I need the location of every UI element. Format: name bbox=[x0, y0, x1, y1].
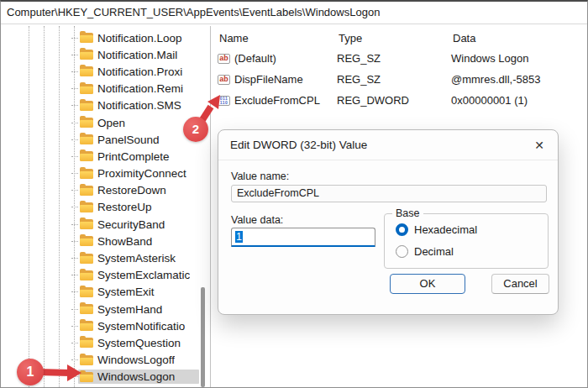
tree-item-label: SystemQuestion bbox=[97, 337, 181, 349]
tree-item-printcomplete[interactable]: PrintComplete bbox=[1, 148, 210, 165]
tree-item-inner[interactable]: Notification.Proxi bbox=[78, 65, 199, 79]
tree-item-systemasterisk[interactable]: SystemAsterisk bbox=[1, 249, 210, 266]
tree-item-label: Notification.Proxi bbox=[97, 66, 182, 78]
tree-item-securityband[interactable]: SecurityBand bbox=[1, 216, 210, 233]
folder-icon bbox=[80, 236, 93, 246]
tree-item-inner[interactable]: WindowsLogon bbox=[78, 370, 199, 384]
tree-connector-line bbox=[71, 326, 78, 327]
tree-item-label: Notification.Loop bbox=[97, 32, 182, 45]
list-row-default[interactable]: ab (Default) REG_SZ Windows Logon bbox=[212, 48, 587, 69]
address-bar[interactable]: Computer\HKEY_CURRENT_USER\AppEvents\Eve… bbox=[1, 2, 587, 24]
radio-decimal-label: Decimal bbox=[414, 245, 454, 258]
reg-sz-icon: ab bbox=[218, 75, 230, 85]
tree-item-systemquestion[interactable]: SystemQuestion bbox=[1, 334, 210, 351]
list-row-excludefromcpl[interactable]: 011110 ExcludeFromCPL REG_DWORD 0x000000… bbox=[212, 90, 587, 111]
tree-item-inner[interactable]: Notification.SMS bbox=[78, 98, 199, 113]
value-name-field[interactable]: ExcludeFromCPL bbox=[231, 185, 547, 202]
tree-connector-line bbox=[71, 376, 78, 377]
column-header-type[interactable]: Type bbox=[337, 32, 451, 45]
tree-item-inner[interactable]: SystemHand bbox=[78, 302, 199, 317]
tree-item-notification.sms[interactable]: Notification.SMS bbox=[1, 97, 210, 114]
tree-item-label: SystemHand bbox=[97, 303, 162, 316]
tree-item-inner[interactable]: SystemAsterisk bbox=[78, 251, 199, 265]
close-icon[interactable]: ✕ bbox=[532, 138, 547, 153]
value-data-selected-text: 1 bbox=[235, 231, 243, 243]
radio-decimal[interactable]: Decimal bbox=[396, 245, 454, 258]
tree-scrollbar[interactable] bbox=[200, 26, 207, 387]
folder-icon bbox=[80, 355, 93, 365]
tree-item-notification.loop[interactable]: Notification.Loop bbox=[1, 29, 210, 46]
tree-connector-line bbox=[71, 156, 78, 157]
list-rows: ab (Default) REG_SZ Windows Logon ab Dis… bbox=[212, 48, 587, 111]
tree-item-proximityconnect[interactable]: ProximityConnect bbox=[1, 165, 210, 182]
ok-button[interactable]: OK bbox=[390, 274, 465, 294]
tree-item-systemexclamatic[interactable]: SystemExclamatic bbox=[1, 267, 210, 284]
tree-item-notification.proxi[interactable]: Notification.Proxi bbox=[1, 63, 210, 80]
tree-item-inner[interactable]: SystemExclamatic bbox=[78, 268, 199, 282]
folder-icon bbox=[80, 134, 93, 144]
tree-item-label: SecurityBand bbox=[97, 218, 165, 231]
radio-unchecked-icon[interactable] bbox=[396, 245, 408, 258]
tree-item-restoreup[interactable]: RestoreUp bbox=[1, 199, 210, 216]
callout-2-badge: 2 bbox=[183, 117, 208, 142]
tree-connector-line bbox=[71, 105, 78, 106]
edit-dword-dialog: Edit DWORD (32-bit) Value ✕ Value name: … bbox=[218, 129, 559, 315]
tree-item-inner[interactable]: PrintComplete bbox=[78, 149, 199, 164]
tree-item-inner[interactable]: SystemNotificatio bbox=[78, 319, 199, 333]
tree-item-open[interactable]: Open bbox=[1, 114, 210, 131]
value-data-input[interactable]: 1 bbox=[231, 228, 375, 247]
value-name: ExcludeFromCPL bbox=[234, 94, 320, 107]
tree-item-label: ProximityConnect bbox=[97, 167, 186, 180]
tree-item-notification.remi[interactable]: Notification.Remi bbox=[1, 81, 210, 97]
tree-item-label: Notification.Mail bbox=[97, 49, 177, 61]
column-header-data[interactable]: Data bbox=[451, 32, 587, 45]
tree-item-restoredown[interactable]: RestoreDown bbox=[1, 182, 210, 199]
tree-connector-line bbox=[71, 291, 78, 292]
tree-item-inner[interactable]: Notification.Mail bbox=[78, 48, 199, 62]
radio-checked-icon[interactable] bbox=[396, 223, 408, 236]
tree-item-showband[interactable]: ShowBand bbox=[1, 233, 210, 249]
tree-item-inner[interactable]: Notification.Remi bbox=[78, 81, 199, 96]
folder-icon bbox=[80, 202, 93, 212]
tree-item-inner[interactable]: SystemQuestion bbox=[78, 336, 199, 350]
base-groupbox: Base Hexadecimal Decimal bbox=[384, 213, 549, 269]
tree-item-inner[interactable]: WindowsLogoff bbox=[78, 353, 199, 367]
tree-item-systemexit[interactable]: SystemExit bbox=[1, 284, 210, 301]
list-row-dispfilename[interactable]: ab DispFileName REG_SZ @mmres.dll,-5853 bbox=[212, 69, 587, 90]
tree-item-inner[interactable]: SecurityBand bbox=[78, 218, 199, 232]
tree-connector-line bbox=[71, 88, 78, 89]
list-header-row: Name Type Data bbox=[212, 30, 587, 46]
tree-item-panelsound[interactable]: PanelSound bbox=[1, 131, 210, 148]
tree-item-inner[interactable]: Notification.Loop bbox=[78, 31, 199, 45]
radio-hexadecimal[interactable]: Hexadecimal bbox=[396, 223, 477, 236]
tree-item-notification.mail[interactable]: Notification.Mail bbox=[1, 46, 210, 63]
tree-connector-line bbox=[71, 207, 78, 207]
value-data: 0x00000001 (1) bbox=[451, 94, 587, 107]
tree-connector-line bbox=[71, 71, 78, 72]
tree-item-label: RestoreUp bbox=[97, 201, 152, 213]
folder-icon bbox=[80, 287, 93, 297]
folder-icon bbox=[80, 372, 93, 382]
column-header-name[interactable]: Name bbox=[218, 32, 337, 45]
tree-item-inner[interactable]: SystemExit bbox=[78, 285, 199, 299]
tree-item-inner[interactable]: Open bbox=[78, 116, 199, 130]
tree-scrollbar-thumb[interactable] bbox=[201, 287, 205, 387]
tree-item-label: ShowBand bbox=[97, 235, 152, 248]
tree-item-systemhand[interactable]: SystemHand bbox=[1, 301, 210, 317]
reg-dword-icon: 011110 bbox=[218, 96, 230, 106]
tree-item-systemnotificatio[interactable]: SystemNotificatio bbox=[1, 317, 210, 334]
dialog-title: Edit DWORD (32-bit) Value bbox=[218, 130, 558, 160]
tree-item-label: Open bbox=[97, 117, 125, 129]
tree-item-inner[interactable]: RestoreUp bbox=[78, 200, 199, 214]
cancel-button[interactable]: Cancel bbox=[491, 274, 549, 294]
folder-icon bbox=[80, 66, 93, 76]
folder-icon bbox=[80, 151, 93, 161]
tree-item-inner[interactable]: PanelSound bbox=[78, 133, 199, 147]
value-name: DispFileName bbox=[234, 73, 303, 86]
tree-item-inner[interactable]: ProximityConnect bbox=[78, 166, 199, 181]
folder-icon bbox=[80, 186, 93, 196]
tree-item-inner[interactable]: RestoreDown bbox=[78, 183, 199, 197]
tree-item-label: WindowsLogon bbox=[97, 370, 175, 383]
tree-item-inner[interactable]: ShowBand bbox=[78, 234, 199, 249]
tree-item-label: PanelSound bbox=[97, 134, 160, 146]
